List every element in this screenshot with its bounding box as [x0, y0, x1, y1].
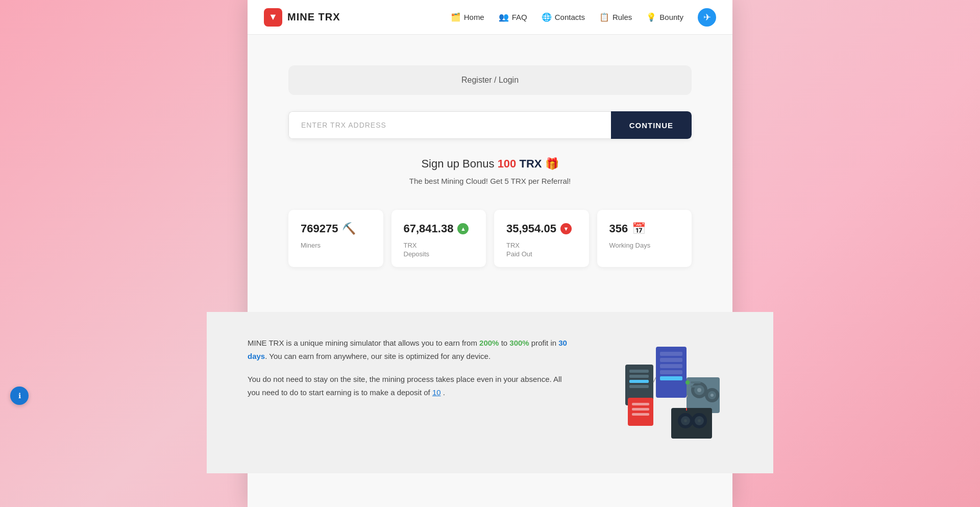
logo-text: MINE TRX	[287, 11, 340, 23]
about-deposit-amount[interactable]: 10	[432, 388, 441, 397]
svg-rect-14	[632, 413, 649, 416]
svg-point-32	[685, 380, 690, 384]
working-days-emoji: 📅	[632, 222, 646, 235]
main-container: ▼ MINE TRX 🗂️ Home 👥 FAQ 🌐 Contacts 📋	[248, 0, 732, 507]
nav-link-bounty[interactable]: 💡 Bounty	[646, 12, 683, 22]
register-login-bar[interactable]: Register / Login	[288, 65, 692, 95]
trx-input-row: CONTINUE	[288, 111, 692, 139]
working-days-label: Working Days	[609, 242, 680, 249]
paidout-label: Paid Out	[506, 250, 577, 258]
nav-link-home[interactable]: 🗂️ Home	[451, 12, 484, 22]
logo-icon: ▼	[264, 8, 282, 27]
home-emoji: 🗂️	[451, 12, 461, 22]
svg-rect-3	[660, 364, 682, 368]
about-deposit-suffix: .	[441, 388, 445, 397]
stat-card-miners: 769275 ⛏️ Miners	[288, 210, 383, 267]
bounty-emoji: 💡	[646, 12, 656, 22]
working-days-value: 356 📅	[609, 222, 680, 235]
svg-point-18	[697, 388, 701, 392]
about-p1-to: to	[499, 339, 509, 347]
continue-button[interactable]: CONTINUE	[611, 111, 692, 139]
about-p1-part1: MINE TRX is a unique mining simulator th…	[248, 339, 479, 347]
svg-rect-10	[629, 385, 649, 388]
faq-label: FAQ	[512, 13, 527, 21]
svg-point-21	[710, 394, 714, 397]
about-p2-text: You do not need to stay on the site, the…	[248, 375, 562, 397]
deposits-value: 67,841.38 ▲	[404, 222, 474, 235]
nav-links: 🗂️ Home 👥 FAQ 🌐 Contacts 📋 Rules 💡	[451, 8, 716, 27]
svg-rect-7	[629, 370, 649, 373]
bonus-emoji: 🎁	[545, 157, 559, 170]
rules-emoji: 📋	[599, 12, 609, 22]
about-visual	[600, 336, 732, 449]
stat-card-working-days: 356 📅 Working Days	[597, 210, 692, 267]
nav-link-faq[interactable]: 👥 FAQ	[499, 12, 527, 22]
rules-label: Rules	[612, 13, 632, 21]
deposits-number: 67,841.38	[404, 222, 454, 235]
main-content: Register / Login CONTINUE Sign up Bonus …	[248, 35, 732, 312]
mining-illustration	[605, 336, 727, 449]
svg-rect-34	[691, 385, 698, 388]
svg-rect-4	[660, 370, 682, 374]
svg-rect-5	[660, 376, 682, 380]
home-label: Home	[464, 13, 484, 21]
svg-rect-11	[628, 398, 653, 426]
navbar: ▼ MINE TRX 🗂️ Home 👥 FAQ 🌐 Contacts 📋	[248, 0, 732, 35]
svg-point-28	[698, 419, 701, 422]
deposits-arrow-up-icon: ▲	[457, 223, 469, 234]
page-wrapper: ▼ MINE TRX 🗂️ Home 👥 FAQ 🌐 Contacts 📋	[0, 0, 980, 507]
about-p1-profit: profit in	[529, 339, 559, 347]
info-icon: ℹ	[18, 392, 21, 400]
svg-rect-8	[629, 375, 649, 378]
nav-link-contacts[interactable]: 🌐 Contacts	[542, 12, 585, 22]
bounty-label: Bounty	[659, 13, 683, 21]
contacts-label: Contacts	[555, 13, 585, 21]
svg-rect-2	[660, 358, 682, 362]
stats-grid: 769275 ⛏️ Miners 67,841.38 ▲ TRX Deposit…	[288, 210, 692, 267]
register-login-label: Register / Login	[461, 76, 519, 84]
faq-emoji: 👥	[499, 12, 509, 22]
working-days-number: 356	[609, 222, 628, 235]
trx-address-input[interactable]	[288, 111, 611, 139]
deposits-label: Deposits	[404, 250, 474, 258]
deposits-trx: TRX	[404, 242, 474, 249]
about-300pct: 300%	[509, 339, 529, 347]
bonus-amount: 100	[498, 157, 517, 170]
svg-rect-12	[632, 403, 649, 405]
miners-label: Miners	[301, 242, 371, 249]
paidout-arrow-down-icon: ▼	[560, 223, 572, 234]
signup-bonus-section: Sign up Bonus 100 TRX 🎁	[288, 157, 692, 171]
miners-value: 769275 ⛏️	[301, 222, 371, 235]
signup-bonus-text: Sign up Bonus 100 TRX 🎁	[421, 157, 558, 170]
nav-link-rules[interactable]: 📋 Rules	[599, 12, 632, 22]
svg-line-29	[653, 377, 656, 382]
nav-logo[interactable]: ▼ MINE TRX	[264, 8, 340, 27]
svg-point-25	[684, 419, 687, 422]
svg-rect-1	[660, 352, 682, 356]
contacts-emoji: 🌐	[542, 12, 552, 22]
paidout-value: 35,954.05 ▼	[506, 222, 577, 235]
svg-rect-13	[632, 408, 649, 411]
telegram-button[interactable]: ✈	[698, 8, 716, 27]
about-paragraph-1: MINE TRX is a unique mining simulator th…	[248, 336, 569, 363]
miners-emoji: ⛏️	[342, 222, 356, 235]
svg-rect-33	[691, 381, 701, 383]
about-section: MINE TRX is a unique mining simulator th…	[207, 312, 773, 473]
bonus-trx: TRX	[516, 157, 542, 170]
miners-number: 769275	[301, 222, 338, 235]
stat-card-paidout: 35,954.05 ▼ TRX Paid Out	[494, 210, 589, 267]
about-text: MINE TRX is a unique mining simulator th…	[248, 336, 569, 409]
paidout-number: 35,954.05	[506, 222, 556, 235]
about-p1-end: . You can earn from anywhere, our site i…	[265, 352, 491, 360]
stat-card-deposits: 67,841.38 ▲ TRX Deposits	[391, 210, 486, 267]
about-200pct: 200%	[479, 339, 499, 347]
info-panel-button[interactable]: ℹ	[10, 387, 29, 405]
svg-rect-9	[629, 380, 649, 383]
referral-text: The best Mining Cloud! Get 5 TRX per Ref…	[288, 177, 692, 185]
signup-prefix: Sign up Bonus	[421, 157, 497, 170]
paidout-trx: TRX	[506, 242, 577, 249]
about-paragraph-2: You do not need to stay on the site, the…	[248, 373, 569, 399]
